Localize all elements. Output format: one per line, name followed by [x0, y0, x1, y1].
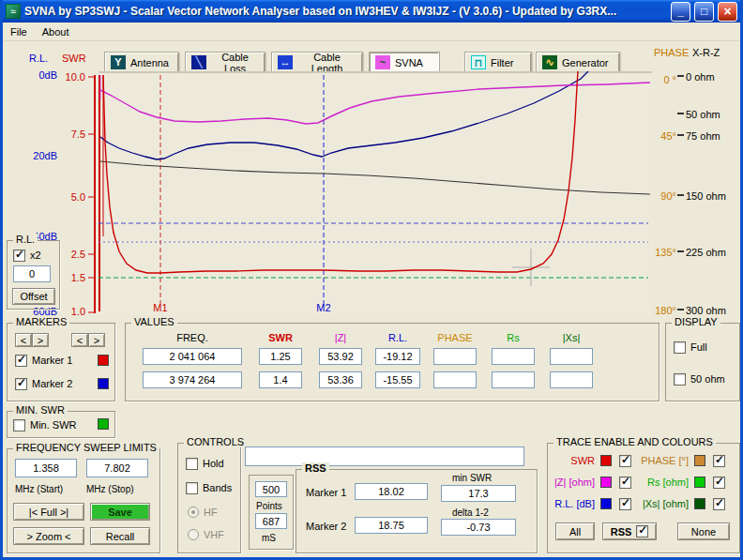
marker2-color-swatch [98, 378, 109, 389]
hold-checkbox[interactable] [186, 458, 198, 470]
marker1-freq-value: 2 041 064 [143, 348, 242, 365]
menu-about[interactable]: About [35, 24, 77, 39]
axis-tick-label: 0 ° [650, 74, 676, 85]
filter-button-label: Filter [491, 57, 513, 68]
generator-button[interactable]: Generator [536, 52, 620, 73]
marker1-left-button[interactable]: < [15, 333, 32, 347]
close-button[interactable]: × [718, 2, 737, 22]
menubar: File About [3, 23, 740, 41]
antenna-icon [111, 55, 126, 69]
vhf-radio-row[interactable]: VHF [188, 528, 224, 541]
hf-radio[interactable] [188, 507, 199, 518]
zoom-button[interactable]: > Zoom < [13, 527, 84, 545]
axis-tick-label: 20dB [27, 150, 57, 161]
trace-rs-checkbox[interactable] [713, 477, 725, 489]
cable-loss-icon [191, 55, 206, 69]
marker2-left-button[interactable]: < [71, 333, 88, 347]
marker1-checkbox[interactable] [15, 355, 27, 367]
axis-tick-label: 0 ohm [686, 71, 742, 83]
offset-button[interactable]: Offset [12, 288, 55, 305]
bands-label: Bands [203, 482, 232, 493]
marker2-rs-value [492, 371, 535, 388]
trace-phase-swatch [694, 455, 705, 466]
save-button[interactable]: Save [90, 503, 150, 521]
right-axis-tick [677, 113, 684, 114]
trace-xs-checkbox[interactable] [713, 498, 725, 510]
full-display-row[interactable]: Full [674, 341, 707, 354]
maximize-button[interactable]: □ [694, 2, 714, 22]
antenna-button[interactable]: Antenna [104, 52, 179, 73]
hf-label: HF [204, 507, 218, 518]
filter-button[interactable]: Filter [464, 52, 532, 73]
marker1-color-swatch [98, 355, 109, 366]
trace-rs-swatch [694, 477, 705, 488]
trace-rss-checkbox[interactable] [636, 525, 648, 537]
minimize-button[interactable]: _ [671, 2, 690, 22]
marker1-rs-value [492, 348, 535, 365]
min-swr-checkbox[interactable] [13, 419, 25, 431]
axis-tick-label: 50 ohm [686, 109, 742, 120]
svna-button-label: SVNA [395, 57, 423, 68]
trace-all-button[interactable]: All [555, 522, 595, 540]
fifty-ohm-checkbox[interactable] [674, 373, 686, 386]
vhf-radio[interactable] [188, 529, 199, 540]
menu-file[interactable]: File [3, 24, 35, 39]
x2-checkbox-row[interactable]: x2 [13, 249, 41, 262]
sweep-time-value: 687 [255, 513, 287, 529]
vhf-label: VHF [204, 529, 224, 540]
cable-loss-button[interactable]: Cable Loss [185, 52, 265, 73]
values-header-rs: Rs [492, 332, 535, 343]
fifty-ohm-row[interactable]: 50 ohm [674, 372, 725, 386]
chart-area[interactable]: M1M2 [85, 71, 652, 315]
marker2-rl-value: -15.55 [375, 371, 420, 388]
trace-phase-checkbox[interactable] [713, 455, 725, 467]
rl-offset-group: R.L. x2 Offset [7, 240, 60, 310]
x2-checkbox[interactable] [13, 250, 25, 262]
stop-frequency-input[interactable] [86, 459, 148, 477]
svna-button[interactable]: SVNA [369, 52, 440, 73]
right-axis-tick [677, 134, 684, 136]
marker2-swr-value: 1.4 [259, 371, 302, 388]
x2-label: x2 [30, 250, 41, 261]
hf-radio-row[interactable]: HF [188, 506, 218, 519]
marker2-right-button[interactable]: > [88, 333, 105, 347]
min-swr-row[interactable]: Min. SWR [13, 418, 77, 431]
bands-checkbox[interactable] [186, 482, 198, 494]
rl-offset-input[interactable] [13, 265, 51, 282]
marker1-swr-value: 1.25 [259, 348, 302, 365]
trace-rss-toggle[interactable]: RSS [602, 522, 657, 540]
trace-rs-label: Rs [ohm] [630, 477, 689, 488]
markers-group-title: MARKERS [13, 316, 69, 327]
cable-length-icon [278, 55, 293, 69]
svg-text:M2: M2 [316, 302, 330, 313]
marker2-checkbox[interactable] [15, 378, 27, 390]
axis-tick-label: 150 ohm [686, 190, 742, 202]
start-frequency-input[interactable] [15, 459, 77, 477]
recall-button[interactable]: Recall [90, 527, 150, 545]
rl-axis-title: R.L. [29, 53, 48, 64]
bands-row[interactable]: Bands [186, 481, 232, 494]
trace-none-button[interactable]: None [677, 522, 730, 540]
hold-row[interactable]: Hold [186, 457, 224, 470]
rss-delta-value: -0.73 [441, 519, 516, 536]
axis-tick-label: 1.5 [57, 272, 85, 283]
svg-text:M1: M1 [153, 302, 167, 313]
marker1-row[interactable]: Marker 1 [15, 354, 72, 367]
marker1-right-button[interactable]: > [32, 333, 49, 347]
full-sweep-button[interactable]: |< Full >| [13, 503, 84, 521]
cable-length-button[interactable]: Cable Length [271, 52, 363, 73]
values-header-swr: SWR [259, 332, 302, 343]
axis-tick-label: 225 ohm [686, 247, 742, 258]
marker2-freq-value: 3 974 264 [143, 371, 242, 388]
marker2-row[interactable]: Marker 2 [15, 377, 72, 390]
trace-xs-swatch [694, 498, 705, 509]
titlebar[interactable]: SVNA by SP3SWJ - Scalar Vector Network A… [3, 0, 740, 23]
trace-rl-swatch [600, 498, 612, 509]
rss-min-swr-label: min SWR [452, 473, 492, 483]
rl-offset-group-title: R.L. [13, 234, 38, 245]
full-display-checkbox[interactable] [674, 341, 686, 354]
svna-icon [375, 55, 390, 69]
trace-z-label: |Z| [ohm] [550, 477, 595, 488]
start-frequency-label: MHz (Start) [15, 484, 63, 494]
status-input[interactable] [245, 446, 524, 466]
